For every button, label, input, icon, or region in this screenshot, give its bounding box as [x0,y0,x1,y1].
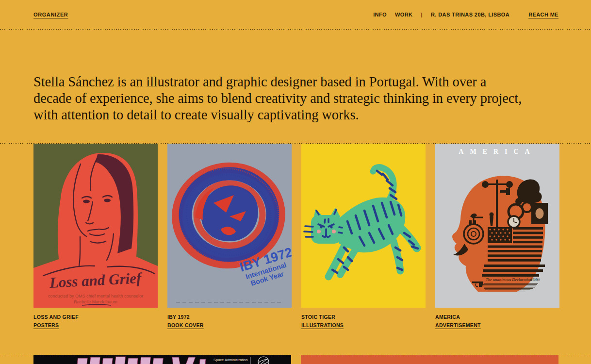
portfolio-page: ORGANIZER INFO WORK | R. DAS TRINAS 20B,… [0,0,591,364]
nav-info[interactable]: INFO [373,12,387,17]
project-title: STOIC TIGER [301,314,426,320]
project-grid-row2: Space Administration [33,355,558,364]
america-advertisement: AMERICA [435,144,559,308]
declaration-heading: The unanimous Declaration [486,277,532,282]
nav-work[interactable]: WORK [395,12,412,17]
poster-caption-1: conducted by OMS chief mental health cou… [48,294,143,298]
project-image-america[interactable]: AMERICA [435,144,559,308]
project-card-stoic-tiger: STOIC TIGER ILLUSTRATIONS [301,144,426,329]
project-image-iby-1972[interactable]: IBY 1972 International Book Year [167,144,292,308]
address-text: R. DAS TRINAS 20B, LISBOA [431,12,509,17]
poster-caption-2: Rachelle Mandelbaum [74,299,117,304]
project-image-stoic-tiger[interactable] [301,144,426,308]
iby-1972-cover: IBY 1972 International Book Year [167,144,292,308]
project-caption: STOIC TIGER ILLUSTRATIONS [301,314,426,329]
project-caption: IBY 1972 BOOK COVER [167,314,292,329]
orange-poster-partial [301,355,558,364]
project-caption: AMERICA ADVERTISEMENT [435,314,559,329]
america-heading: AMERICA [459,148,536,155]
project-category-link[interactable]: POSTERS [33,322,59,329]
intro-line-1: Stella Sánchez is an illustrator and gra… [33,74,562,90]
nav-separator: | [421,12,422,17]
header: ORGANIZER INFO WORK | R. DAS TRINAS 20B,… [0,0,591,29]
intro-line-3: with attention to detail to create visua… [33,107,562,123]
project-category-link[interactable]: ADVERTISEMENT [435,322,481,329]
nav-reach-me[interactable]: REACH ME [528,12,558,17]
project-category-link[interactable]: BOOK COVER [167,322,204,329]
project-caption: LOSS AND GRIEF POSTERS [33,314,158,329]
project-grid: Loss and Grief conducted by OMS chief me… [33,144,558,329]
project-image-loss-and-grief[interactable]: Loss and Grief conducted by OMS chief me… [33,144,158,308]
header-divider [0,29,591,30]
main-nav: INFO WORK | R. DAS TRINAS 20B, LISBOA RE… [373,12,558,17]
declaration-text-lines [483,283,538,291]
logo-link[interactable]: ORGANIZER [33,12,68,17]
space-administration-text: Space Administration [213,358,247,362]
project-card-iby-1972: IBY 1972 International Book Year IBY 197… [167,144,292,329]
stoic-tiger-illustration [301,144,426,308]
declaration-states: States [530,277,540,281]
space-poster-partial: Space Administration [33,355,291,364]
project-image-orange-poster[interactable] [301,355,558,364]
project-category-link[interactable]: ILLUSTRATIONS [301,322,344,329]
loss-and-grief-poster: Loss and Grief conducted by OMS chief me… [33,144,158,308]
intro-paragraph: Stella Sánchez is an illustrator and gra… [33,74,562,123]
intro-line-2: decade of experience, she aims to blend … [33,90,562,107]
project-title: IBY 1972 [167,314,292,320]
project-title: LOSS AND GRIEF [33,314,158,320]
project-image-space-poster[interactable]: Space Administration [33,355,291,364]
project-card-america: AMERICA [435,144,559,329]
project-card-loss-and-grief: Loss and Grief conducted by OMS chief me… [33,144,158,329]
project-title: AMERICA [435,314,559,320]
star-speck [202,362,204,364]
